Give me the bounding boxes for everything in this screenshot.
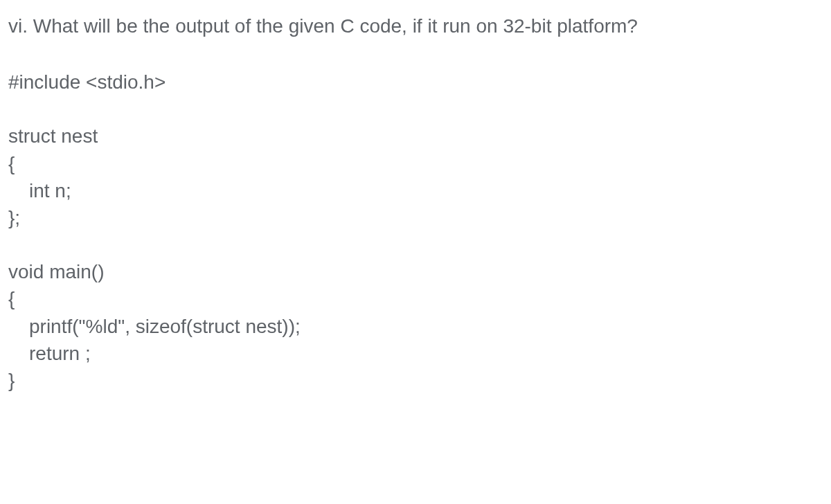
code-line-main: void main() [8,258,823,285]
code-line-return: return ; [8,340,823,367]
code-line-member: int n; [8,177,823,204]
blank-line [8,231,823,258]
code-line-struct: struct nest [8,123,823,150]
code-block: #include <stdio.h> struct nest { int n; … [8,69,823,394]
code-line-open-brace-1: { [8,150,823,177]
code-line-open-brace-2: { [8,285,823,312]
blank-line [8,96,823,123]
code-line-printf: printf("%ld", sizeof(struct nest)); [8,313,823,340]
question-text: vi. What will be the output of the given… [8,12,823,39]
code-line-close-brace-2: } [8,367,823,394]
code-line-include: #include <stdio.h> [8,69,823,96]
code-line-close-brace-1: }; [8,204,823,231]
